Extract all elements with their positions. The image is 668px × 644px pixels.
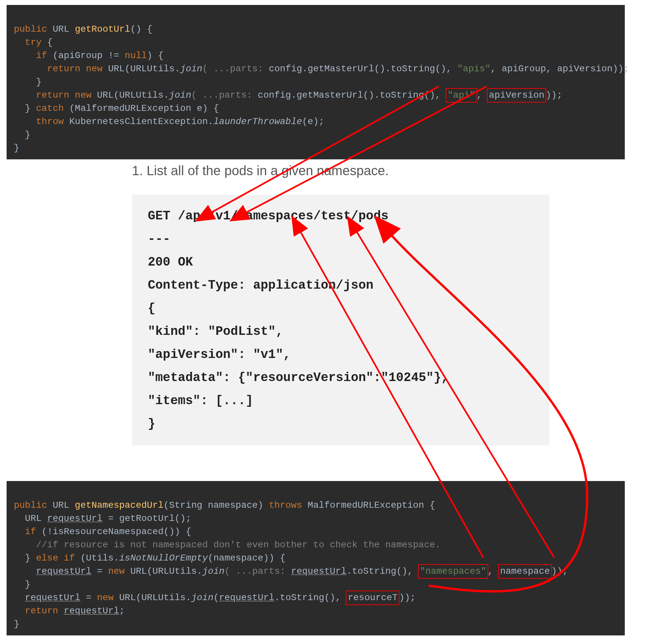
keyword: return new [47, 64, 103, 74]
static-method: join [169, 90, 191, 100]
code-text: ) { [147, 50, 163, 61]
code-text: , [488, 566, 499, 576]
keyword: throws [269, 500, 302, 510]
type: URL [53, 24, 69, 34]
static-method: isNotNullOrEmpty [119, 553, 208, 563]
static-method: join [180, 64, 202, 74]
code-text: } [36, 77, 42, 87]
code-text: .toString(), [346, 566, 418, 576]
code-text: = [80, 593, 97, 603]
keyword: return new [36, 90, 91, 100]
code-text: } [14, 619, 19, 629]
keyword: null [125, 50, 147, 61]
code-text: (namespace)) { [208, 553, 285, 563]
keyword: return [25, 606, 58, 616]
static-method: join [202, 566, 224, 576]
code-text: , apiGroup, apiVersion)); [490, 64, 629, 74]
section-heading: 1. List all of the pods in a given names… [132, 163, 389, 178]
code-block-getrooturl: public URL getRootUrl() { try { if (apiG… [6, 5, 625, 159]
keyword: try [25, 37, 42, 47]
code-text: } [25, 579, 31, 589]
api-line: } [148, 413, 534, 435]
static-method: join [191, 593, 213, 603]
api-line: "kind": "PodList", [148, 320, 534, 343]
code-text: URL [25, 513, 47, 524]
code-block-getnamespacedurl: public URL getNamespacedUrl(String names… [6, 481, 625, 635]
code-text: MalformedURLException { [302, 500, 435, 510]
code-text: (Utils. [75, 553, 119, 563]
code-text: () { [130, 24, 152, 34]
code-text: URL(URLUtils. [103, 64, 180, 74]
code-text: } [14, 143, 19, 153]
code-text: URL(URLUtils. [113, 593, 191, 603]
code-text: (String namespace) [164, 500, 269, 510]
var: requestUrl [291, 566, 346, 576]
method-name: getNamespacedUrl [75, 500, 164, 510]
api-line: "apiVersion": "v1", [148, 343, 534, 366]
code-text: )); [546, 90, 562, 100]
var: requestUrl [25, 593, 80, 603]
api-line: GET /api/v1/namespaces/test/pods [148, 205, 534, 228]
code-text: ( [213, 593, 219, 603]
code-text: .toString(), [274, 593, 346, 603]
code-text: (!isResourceNamespaced()) { [36, 526, 191, 537]
keyword: new [108, 566, 125, 576]
code-text: (apiGroup != [47, 50, 125, 61]
method-name: getRootUrl [75, 24, 130, 34]
string-literal: "apis" [457, 64, 490, 74]
static-method: launderThrowable [213, 117, 302, 127]
highlight-namespaces: "namespaces" [418, 564, 488, 579]
var: requestUrl [47, 513, 103, 524]
param-hint: ( ...parts: [191, 90, 258, 100]
keyword: if [36, 50, 47, 61]
api-line: 200 OK [148, 251, 534, 274]
keyword: else if [36, 553, 75, 563]
code-text: URL(URLUtils. [125, 566, 202, 576]
param-hint: ( ...parts: [225, 566, 291, 576]
api-line: "metadata": {"resourceVersion":"10245"}, [148, 366, 534, 389]
code-text: URL(URLUtils. [91, 90, 169, 100]
api-line: --- [148, 228, 534, 251]
api-example-box: GET /api/v1/namespaces/test/pods --- 200… [132, 195, 550, 445]
var: requestUrl [219, 593, 274, 603]
keyword: new [97, 593, 113, 603]
code-text: (e); [302, 117, 324, 127]
api-line: "items": [...] [148, 389, 534, 413]
code-text: )); [551, 566, 568, 576]
highlight-apiversion: apiVersion [487, 88, 546, 103]
highlight-api: "api" [446, 88, 477, 103]
code-text: } [25, 103, 36, 114]
highlight-resourcet: resourceT [346, 590, 399, 605]
api-line: Content-Type: application/json [148, 274, 534, 297]
code-text: URL [47, 500, 75, 510]
code-text: config.getMasterUrl().toString(), [269, 64, 457, 74]
code-text: KubernetesClientException. [64, 117, 213, 127]
code-text: , [477, 90, 488, 100]
code-text: (MalformedURLException e) { [64, 103, 219, 114]
code-text: = [91, 566, 108, 576]
keyword: throw [36, 117, 64, 127]
var: requestUrl [36, 566, 91, 576]
keyword: catch [36, 103, 64, 114]
code-text: } [25, 130, 31, 140]
var: requestUrl [64, 606, 119, 616]
code-text: } [25, 553, 36, 563]
code-text [58, 606, 64, 616]
param-hint: ( ...parts: [202, 64, 269, 74]
keyword: public [14, 24, 47, 34]
code-text: ; [119, 606, 125, 616]
code-text: { [42, 37, 53, 47]
keyword: public [14, 500, 47, 510]
code-text: = getRootUrl(); [103, 513, 191, 524]
code-text: config.getMasterUrl().toString(), [258, 90, 446, 100]
keyword: if [25, 526, 36, 537]
api-line: { [148, 297, 534, 320]
code-text: )); [399, 593, 415, 603]
highlight-namespace-var: namespace [498, 564, 552, 579]
comment: //if resource is not namespaced don't ev… [36, 540, 441, 550]
